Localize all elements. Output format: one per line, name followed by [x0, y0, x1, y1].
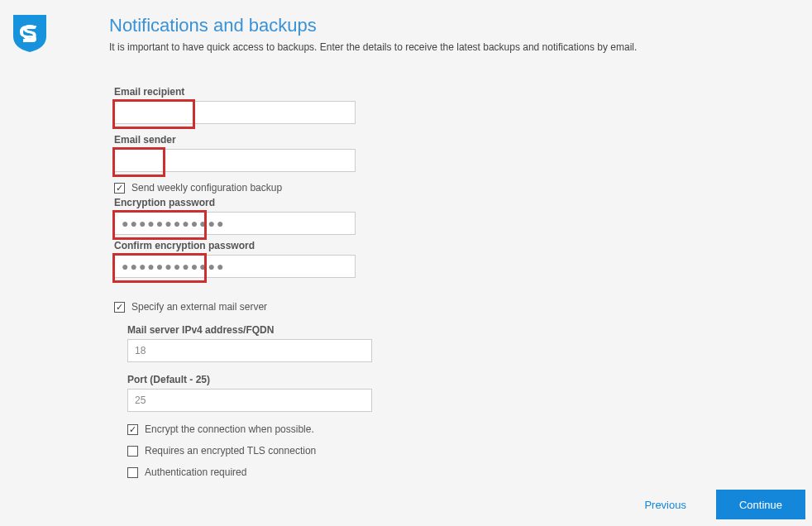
email-recipient-input[interactable] [114, 101, 356, 124]
confirm-encryption-password-input[interactable] [114, 255, 356, 278]
specify-external-label: Specify an external mail server [131, 301, 267, 313]
email-recipient-label: Email recipient [114, 86, 795, 98]
requires-tls-label: Requires an encrypted TLS connection [145, 445, 316, 457]
encrypt-connection-label: Encrypt the connection when possible. [145, 423, 314, 435]
continue-button[interactable]: Continue [716, 490, 805, 519]
port-label: Port (Default - 25) [127, 374, 795, 385]
port-input[interactable] [127, 389, 372, 412]
encryption-password-label: Encryption password [114, 197, 795, 208]
send-weekly-checkbox[interactable] [114, 183, 125, 194]
specify-external-checkbox[interactable] [114, 302, 125, 313]
send-weekly-label: Send weekly configuration backup [131, 182, 282, 194]
requires-tls-checkbox[interactable] [127, 446, 138, 457]
svg-text:S: S [22, 20, 36, 45]
email-sender-input[interactable] [114, 149, 356, 172]
auth-required-label: Authentication required [145, 466, 246, 478]
mail-server-input[interactable] [127, 339, 372, 362]
encryption-password-input[interactable] [114, 212, 356, 235]
confirm-encryption-password-label: Confirm encryption password [114, 240, 795, 251]
shield-icon: S [12, 13, 48, 53]
previous-button[interactable]: Previous [634, 492, 696, 518]
mail-server-label: Mail server IPv4 address/FQDN [127, 324, 795, 336]
encrypt-connection-checkbox[interactable] [127, 424, 138, 435]
auth-required-checkbox[interactable] [127, 467, 138, 478]
brand-logo: S [12, 13, 48, 53]
email-sender-label: Email sender [114, 134, 795, 146]
page-description: It is important to have quick access to … [109, 41, 795, 53]
page-title: Notifications and backups [109, 15, 795, 36]
